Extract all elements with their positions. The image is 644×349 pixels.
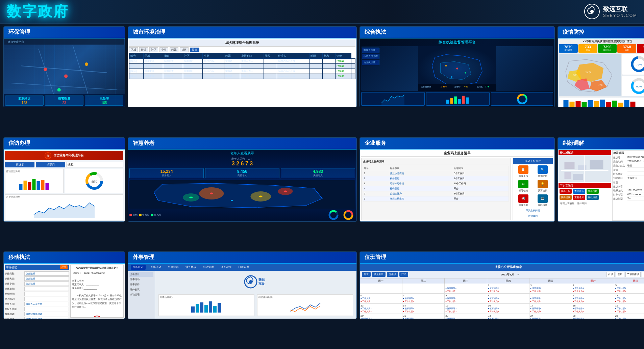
foreign-chart-1: 外事活动统计 (158, 294, 254, 316)
elder-legend: 高危 中风险 低风险 (129, 210, 355, 220)
shift-cal-grid: 1● 值班领导4● 工作人员12● 值班领导2● 工作人员33● 值班领导2● … (360, 284, 644, 319)
ent-menu-query[interactable]: 🔍 查询评价 (534, 165, 551, 179)
dispute-btn-leader[interactable]: 领导信箱 (587, 189, 599, 194)
svg-point-1 (590, 10, 594, 13)
foreign-nav-2[interactable]: 外事活动 (148, 265, 163, 270)
foreign-sidebar-3[interactable]: 外事接待 (129, 282, 153, 287)
shift-cell: 20● 值班领导2● 工作人员2 (360, 314, 402, 319)
svg-point-9 (57, 88, 61, 91)
svg-point-15 (465, 72, 466, 74)
ent-menu-suggest[interactable]: 💡 我要建议 (534, 180, 551, 193)
smart-elder-content: 老年人查看展示 老年人总数（人） 3 2 6 7 3 15,234 独居老人 8… (128, 150, 356, 221)
svg-point-8 (85, 62, 88, 66)
shift-btn-add[interactable]: 补班 (362, 272, 371, 277)
shift-view-holiday[interactable]: 节假日排班 (625, 272, 641, 277)
shift-cell: 17● 值班领导4● 工作人员4 (529, 304, 572, 314)
foreign-nav-5[interactable]: 出访管理 (201, 265, 216, 270)
ent-menu-legal[interactable]: 法律顾问 (514, 214, 551, 218)
epidemic-stats: 7879 累计确诊 733 现有 7396 累计治愈 3768 隔离 (559, 44, 644, 53)
shift-cell: 4● 值班领导4● 工作人员4 (572, 284, 615, 294)
epidemic-map-svg: XX市 YY区 ZZ县 (559, 54, 621, 96)
enterprise-right: 移动上报大厅 📋 我要上报 🔍 查询评价 ✉ (513, 158, 553, 220)
svg-rect-61 (37, 181, 40, 190)
foreign-nav-6[interactable]: 涉外审批 (219, 265, 233, 270)
dispute-btn-suggest[interactable]: 我要建议 (560, 195, 572, 200)
epidemic-map: XX市 YY区 ZZ县 (559, 54, 621, 96)
foreign-main: 分析统计 外事活动 外事接待 涉外协议 出访管理 (128, 271, 356, 319)
shift-cell: 6● 工作人员1● 工作人员1 (360, 294, 402, 304)
elder-map-svg (129, 180, 355, 209)
dispute-dashboard: 柳山城镇游 (558, 150, 644, 221)
svg-point-92 (93, 316, 101, 318)
env-stat-2: 报警数量 23 (45, 96, 83, 106)
svg-text:1,234: 1,234 (441, 85, 447, 88)
svg-text:778: 778 (485, 85, 489, 88)
shift-btn-print[interactable]: 打印 (399, 272, 408, 277)
svg-line-5 (11, 83, 118, 90)
foreign-seeyon-logo: 致远 互联 (242, 273, 269, 292)
dispute-btn-query[interactable]: 查询评价 (573, 189, 585, 194)
svg-text:72%: 72% (636, 63, 642, 66)
svg-rect-63 (46, 183, 49, 190)
shift-cell: 3● 值班领导2● 工作人员3 (529, 284, 572, 294)
dispute-btn-report[interactable]: 我要上报 (560, 189, 572, 194)
city-env-search-btn[interactable]: 搜索 (190, 48, 199, 52)
foreign-nav: 分析统计 外事活动 外事接待 涉外协议 出访管理 涉外审批 日程管理 (128, 264, 356, 271)
svg-text:致远: 致远 (258, 278, 266, 281)
comp-law-map-svg: 案件总数计 1,234 处理中 456 已结案 778 (361, 46, 553, 91)
foreign-nav-3[interactable]: 外事接待 (166, 265, 181, 270)
svg-rect-101 (196, 304, 199, 313)
shift-mgmt-title: 值班管理 (360, 252, 644, 264)
shift-cell: 24● 值班领导3● 工作人员4 (529, 314, 572, 319)
foreign-sidebar-2[interactable]: 外事活动 (129, 277, 153, 282)
foreign-sidebar-1[interactable]: 分析统计 (129, 272, 153, 277)
shift-view-day[interactable]: 白班 (606, 272, 615, 277)
elder-subtitle: 老年人查看展示 (129, 151, 355, 156)
city-env-subtitle: 城乡环境综合治理系统 (129, 39, 355, 47)
svg-rect-53 (624, 100, 629, 107)
city-env-toolbar: 区域 街道 社区 小类 问题 描述 搜索 (129, 47, 355, 52)
foreign-sidebar-4[interactable]: 涉外协议 (129, 287, 153, 292)
ep-stat-4: 3768 隔离 (617, 44, 636, 53)
shift-btn-urgent[interactable]: 紧急补班 (372, 272, 386, 277)
enterprise-menu-grid: 📋 我要上报 🔍 查询评价 ✉ 领导信箱 (513, 164, 553, 220)
comp-chart-1 (362, 93, 424, 105)
ent-menu-help[interactable]: 帮我上班解疑 (514, 209, 551, 213)
foreign-sidebar-5[interactable]: 出访管理 (129, 292, 153, 297)
shift-cell: 19● 工作人员1● 工作人员1 (614, 304, 644, 314)
svg-line-4 (73, 45, 90, 100)
foreign-nav-1[interactable]: 分析统计 (131, 265, 146, 270)
main-content: 环保管理 环保管理平台 (0, 24, 644, 349)
svg-rect-106 (218, 303, 221, 313)
shift-view-night[interactable]: 夜班 (616, 272, 624, 277)
env-stat-3: 已处理 105 (85, 96, 123, 106)
svg-rect-28 (462, 96, 465, 104)
dispute-content: 柳山城镇游 (558, 150, 644, 221)
svg-rect-58 (24, 181, 27, 190)
shift-cell: 14● 值班领导1● 工作人员1 (402, 304, 445, 314)
shift-btn-handover[interactable]: 交接班 (387, 272, 398, 277)
shift-cell: 1● 值班领导4● 工作人员1 (445, 284, 487, 294)
ent-menu-leader[interactable]: ✉ 领导信箱 (514, 180, 532, 193)
ent-menu-online[interactable]: 💻 在线核查 (534, 194, 551, 208)
svg-rect-51 (612, 101, 617, 107)
city-env-section: 城市环境治理 城乡环境综合治理系统 区域 街道 社区 小类 问题 描述 搜索 编… (128, 26, 357, 107)
shift-mgmt-content: 省委办公厅排班信息 补班 紧急补班 交接班 打印 ‹‹ 2021年9月 ›› 白… (360, 264, 644, 319)
comp-law-dashboard: 综合执法监督管理平台 (360, 38, 554, 107)
enterprise-list-table: 序号服务事项办理时限 1营业执照变更5个工作日 2税务登记3个工作日 3经营许可… (363, 166, 509, 202)
foreign-nav-7[interactable]: 日程管理 (236, 265, 251, 270)
svg-rect-88 (564, 172, 571, 179)
svg-rect-45 (576, 101, 581, 107)
svg-rect-57 (19, 184, 23, 190)
epidemic-dashboard: XX市新冠肺炎疫情防控信息实时统计情况 7879 累计确诊 733 现有 739… (558, 38, 644, 107)
mobile-law-submit[interactable]: 提交 (60, 265, 68, 269)
dispute-btn-notice[interactable]: 重要通知 (573, 195, 585, 200)
petition-chart-row2: 月度信访趋势 (5, 194, 123, 220)
shift-view-staff[interactable]: 值班人员 (642, 272, 644, 277)
dispute-section: 纠纷调解 柳山城镇游 (558, 137, 644, 222)
shift-cell: 22● 值班领导1● 工作人员1 (445, 314, 487, 319)
ent-menu-notice[interactable]: 📢 重要通知 (514, 194, 532, 208)
dispute-btn-online[interactable]: 在线核查 (587, 195, 599, 200)
foreign-nav-4[interactable]: 涉外协议 (183, 265, 198, 270)
ent-menu-report[interactable]: 📋 我要上报 (514, 165, 532, 179)
